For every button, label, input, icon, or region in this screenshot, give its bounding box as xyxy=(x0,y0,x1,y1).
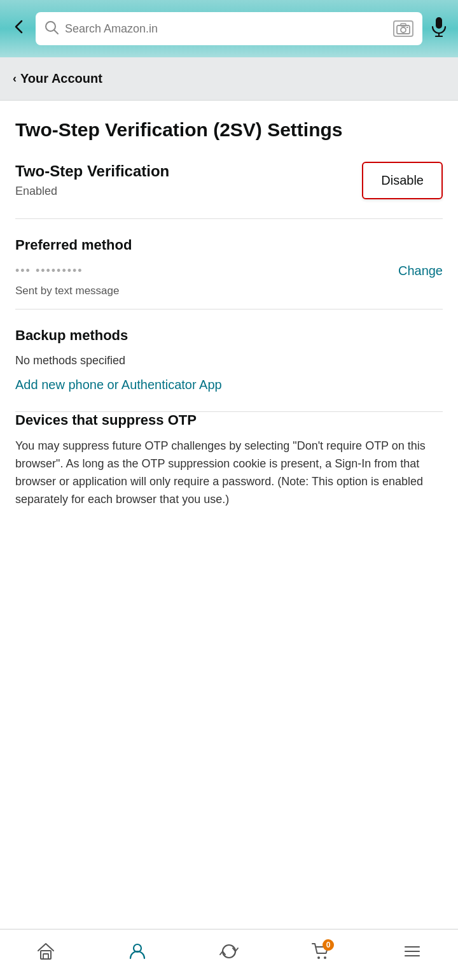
nav-cart[interactable]: 0 xyxy=(275,942,366,965)
add-phone-link[interactable]: Add new phone or Authenticator App xyxy=(15,378,222,392)
svg-rect-10 xyxy=(43,954,48,959)
breadcrumb-chevron-icon: ‹ xyxy=(13,72,17,85)
page-title: Two-Step Verification (2SV) Settings xyxy=(15,118,443,141)
breadcrumb-label: Your Account xyxy=(20,71,102,86)
svg-rect-4 xyxy=(401,24,406,26)
disable-button[interactable]: Disable xyxy=(362,162,443,199)
nav-home[interactable] xyxy=(0,942,92,965)
svg-rect-6 xyxy=(436,17,442,29)
nav-menu[interactable] xyxy=(366,942,458,965)
main-content: Two-Step Verification (2SV) Settings Two… xyxy=(0,101,458,928)
phone-masked: ••• ••••••••• xyxy=(15,264,83,278)
svg-rect-5 xyxy=(406,27,408,28)
svg-point-13 xyxy=(324,956,326,959)
camera-icon[interactable] xyxy=(393,20,413,37)
breadcrumb[interactable]: ‹ Your Account xyxy=(0,57,458,101)
devices-title: Devices that suppress OTP xyxy=(15,412,443,429)
preferred-method-title: Preferred method xyxy=(15,237,443,253)
nav-updates[interactable] xyxy=(183,942,275,965)
sent-by-text: Sent by text message xyxy=(15,285,443,297)
cart-icon: 0 xyxy=(311,942,330,965)
nav-account[interactable] xyxy=(92,942,183,965)
divider-2 xyxy=(15,309,443,309)
change-link[interactable]: Change xyxy=(398,264,443,278)
person-icon xyxy=(128,942,147,965)
svg-line-1 xyxy=(55,30,59,34)
bottom-nav: 0 xyxy=(0,929,458,980)
svg-point-3 xyxy=(401,27,406,32)
search-icon xyxy=(45,20,59,38)
devices-description: You may suppress future OTP challenges b… xyxy=(15,437,443,509)
tsv-info: Two-Step Verification Enabled xyxy=(15,162,169,198)
svg-point-12 xyxy=(317,956,320,959)
cart-badge: 0 xyxy=(323,939,334,951)
preferred-method-row: ••• ••••••••• Change xyxy=(15,264,443,285)
svg-rect-9 xyxy=(41,951,51,959)
backup-methods-title: Backup methods xyxy=(15,327,443,344)
refresh-icon xyxy=(219,942,239,965)
back-button[interactable] xyxy=(10,18,28,40)
tsv-heading: Two-Step Verification xyxy=(15,162,169,181)
no-methods-text: No methods specified xyxy=(15,354,443,367)
search-bar[interactable] xyxy=(36,12,422,45)
mic-icon[interactable] xyxy=(430,17,448,41)
header xyxy=(0,0,458,57)
divider-1 xyxy=(15,218,443,219)
tsv-section: Two-Step Verification Enabled Disable xyxy=(15,162,443,199)
menu-icon xyxy=(403,942,422,965)
tsv-status: Enabled xyxy=(15,185,169,198)
search-input[interactable] xyxy=(65,22,387,36)
svg-point-0 xyxy=(46,22,55,31)
home-icon xyxy=(36,942,55,965)
